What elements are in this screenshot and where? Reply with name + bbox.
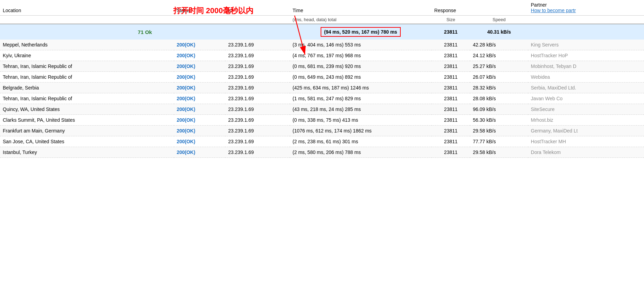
table-row: Kyiv, Ukraine 200(OK) 23.239.1.69 (4 ms,… [0,50,644,61]
cell-status: 200(OK) [174,136,226,147]
cell-size: 23811 [432,61,470,72]
cell-speed: 26.07 kB/s [470,72,528,83]
size-label: Size [446,17,455,22]
cell-location: Tehran, Iran, Islamic Republic of [0,61,174,72]
cell-size: 23811 [432,50,470,61]
table-row: Quincy, WA, United States 200(OK) 23.239… [0,104,644,115]
cell-partner: Germany, MaxiDed Lt [528,126,644,136]
summary-time-text: (94 ms, 520 ms, 167 ms) 780 ms [321,27,401,37]
cell-partner: HostTracker HoP [528,50,644,61]
cell-speed: 77.77 kB/s [470,136,528,147]
cell-location: Frankfurt am Main, Germany [0,126,174,136]
cell-location: Belgrade, Serbia [0,83,174,93]
cell-speed: 96.09 kB/s [470,104,528,115]
summary-row: 71 Ok (94 ms, 520 ms, 167 ms) 780 ms 238… [0,24,644,40]
cell-status: 200(OK) [174,40,226,50]
col-subheader-speed: Speed [470,16,528,24]
cell-time: (425 ms, 634 ms, 187 ms) 1246 ms [290,83,432,93]
cell-status: 200(OK) [174,50,226,61]
location-label: Location [3,8,21,13]
cell-status: 200(OK) [174,83,226,93]
cell-size: 23811 [432,147,470,158]
cell-partner: Dora Telekom [528,147,644,158]
cell-partner: SiteSecure [528,104,644,115]
summary-size: 23811 [444,29,458,35]
col-subheader-time-detail: (dns, head, data) total [290,16,432,24]
col-subheader-partner [528,16,644,24]
cell-time: (0 ms, 681 ms, 239 ms) 920 ms [290,61,432,72]
cell-status: 200(OK) [174,61,226,72]
table-row: Istanbul, Turkey 200(OK) 23.239.1.69 (2 … [0,147,644,158]
cell-location: Kyiv, Ukraine [0,50,174,61]
summary-partner-cell [528,24,644,40]
table-row: Tehran, Iran, Islamic Republic of 200(OK… [0,93,644,104]
table-row: Belgrade, Serbia 200(OK) 23.239.1.69 (42… [0,83,644,93]
cell-location: Istanbul, Turkey [0,147,174,158]
cell-size: 23811 [432,83,470,93]
cell-speed: 42.28 kB/s [470,40,528,50]
summary-ok-cell: 71 Ok [0,24,290,40]
cell-location: Tehran, Iran, Islamic Republic of [0,93,174,104]
cell-ip: 23.239.1.69 [225,136,290,147]
cell-ip: 23.239.1.69 [225,115,290,126]
col-subheader-size: Size [432,16,470,24]
cell-partner: Mobinhost, Tebyan D [528,61,644,72]
speed-label: Speed [493,17,506,22]
cell-speed: 28.32 kB/s [470,83,528,93]
cell-speed: 29.58 kB/s [470,147,528,158]
partner-link[interactable]: How to become partr [531,8,576,13]
col-header-location: Location [0,0,174,16]
cell-ip: 23.239.1.69 [225,61,290,72]
summary-ok-text: 71 Ok [138,29,152,35]
cell-speed: 24.12 kB/s [470,50,528,61]
summary-speed: 40.31 kB/s [487,29,511,35]
cell-size: 23811 [432,104,470,115]
table-row: Meppel, Netherlands 200(OK) 23.239.1.69 … [0,40,644,50]
cell-status: 200(OK) [174,104,226,115]
table-row: Tehran, Iran, Islamic Republic of 200(OK… [0,72,644,83]
col-header-time: Time [290,0,432,16]
cell-status: 200(OK) [174,93,226,104]
cell-ip: 23.239.1.69 [225,93,290,104]
ip-label: Ip [228,8,232,13]
table-row: San Jose, CA, United States 200(OK) 23.2… [0,136,644,147]
col-subheader-location [0,16,174,24]
cell-size: 23811 [432,93,470,104]
cell-location: Quincy, WA, United States [0,104,174,115]
cell-time: (4 ms, 767 ms, 197 ms) 968 ms [290,50,432,61]
cell-time: (1076 ms, 612 ms, 174 ms) 1862 ms [290,126,432,136]
cell-status: 200(OK) [174,115,226,126]
table-row: Clarks Summit, PA, United States 200(OK)… [0,115,644,126]
cell-size: 23811 [432,126,470,136]
status-label: Status [177,8,191,13]
table-row: Tehran, Iran, Islamic Republic of 200(OK… [0,61,644,72]
col-header-response: Response [432,0,528,16]
col-subheader-ip [225,16,290,24]
partner-label: Partner [531,2,641,8]
cell-partner: Serbia, MaxiDed Ltd. [528,83,644,93]
col-header-partner: Partner How to become partr [528,0,644,16]
cell-partner: King Servers [528,40,644,50]
cell-size: 23811 [432,136,470,147]
table-row: Frankfurt am Main, Germany 200(OK) 23.23… [0,126,644,136]
cell-ip: 23.239.1.69 [225,40,290,50]
cell-ip: 23.239.1.69 [225,104,290,115]
cell-location: Meppel, Netherlands [0,40,174,50]
cell-speed: 56.30 kB/s [470,115,528,126]
col-header-ip: Ip [225,0,290,16]
cell-partner: Javan Web Co [528,93,644,104]
cell-partner: HostTracker MH [528,136,644,147]
time-sub-label: Time [293,8,303,13]
response-label: Response [434,8,456,13]
col-header-status: Status [174,0,226,16]
summary-size-cell: 23811 [432,24,470,40]
col-subheader-status [174,16,226,24]
cell-ip: 23.239.1.69 [225,147,290,158]
cell-time: (2 ms, 238 ms, 61 ms) 301 ms [290,136,432,147]
cell-size: 23811 [432,115,470,126]
summary-time-cell: (94 ms, 520 ms, 167 ms) 780 ms [290,24,432,40]
cell-status: 200(OK) [174,72,226,83]
cell-time: (1 ms, 581 ms, 247 ms) 829 ms [290,93,432,104]
cell-partner: Mrhost.biz [528,115,644,126]
cell-time: (0 ms, 649 ms, 243 ms) 892 ms [290,72,432,83]
